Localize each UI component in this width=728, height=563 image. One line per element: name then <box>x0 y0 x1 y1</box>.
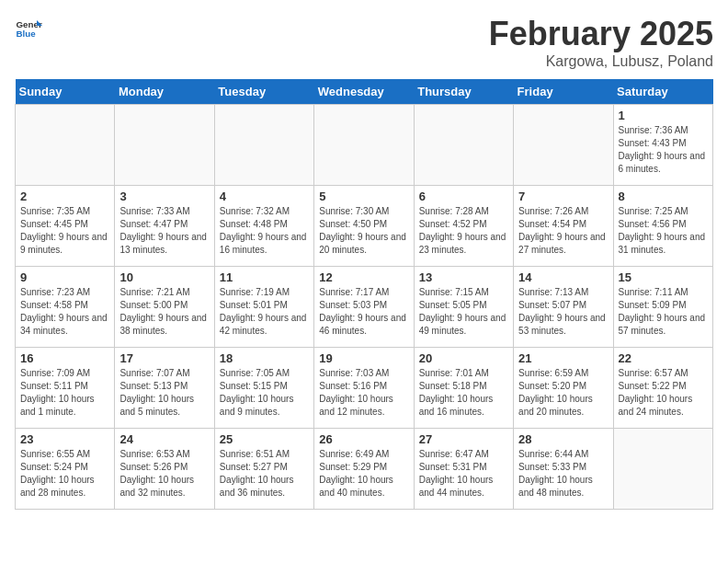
day-number: 5 <box>319 190 408 203</box>
calendar-day-cell: 13Sunrise: 7:15 AM Sunset: 5:05 PM Dayli… <box>414 267 513 348</box>
weekday-header-cell: Tuesday <box>214 79 313 105</box>
calendar-day-cell: 5Sunrise: 7:30 AM Sunset: 4:50 PM Daylig… <box>314 186 414 267</box>
calendar-day-cell <box>16 105 115 186</box>
day-info: Sunrise: 7:36 AM Sunset: 4:43 PM Dayligh… <box>619 124 708 176</box>
day-number: 22 <box>619 351 708 365</box>
logo: General Blue <box>15 15 42 42</box>
day-number: 28 <box>518 432 608 446</box>
calendar-day-cell <box>613 429 712 510</box>
weekday-header-row: SundayMondayTuesdayWednesdayThursdayFrid… <box>16 79 713 105</box>
weekday-header-cell: Saturday <box>613 79 712 105</box>
weekday-header-cell: Monday <box>115 79 214 105</box>
day-info: Sunrise: 6:55 AM Sunset: 5:24 PM Dayligh… <box>20 448 109 500</box>
day-info: Sunrise: 7:03 AM Sunset: 5:16 PM Dayligh… <box>319 367 408 419</box>
header: General Blue February 2025 Kargowa, Lubu… <box>15 15 713 70</box>
day-number: 26 <box>319 432 408 446</box>
calendar-day-cell: 4Sunrise: 7:32 AM Sunset: 4:48 PM Daylig… <box>214 186 313 267</box>
calendar-day-cell <box>115 105 214 186</box>
day-number: 9 <box>20 270 109 284</box>
day-number: 7 <box>518 190 608 203</box>
calendar-day-cell: 24Sunrise: 6:53 AM Sunset: 5:26 PM Dayli… <box>115 429 214 510</box>
day-number: 27 <box>419 432 508 446</box>
day-info: Sunrise: 6:47 AM Sunset: 5:31 PM Dayligh… <box>419 448 508 500</box>
month-year-title: February 2025 <box>489 15 713 53</box>
weekday-header-cell: Friday <box>514 79 613 105</box>
day-info: Sunrise: 6:44 AM Sunset: 5:33 PM Dayligh… <box>518 448 608 500</box>
calendar-day-cell: 11Sunrise: 7:19 AM Sunset: 5:01 PM Dayli… <box>214 267 313 348</box>
calendar-day-cell: 27Sunrise: 6:47 AM Sunset: 5:31 PM Dayli… <box>414 429 513 510</box>
calendar-day-cell: 25Sunrise: 6:51 AM Sunset: 5:27 PM Dayli… <box>214 429 313 510</box>
day-number: 18 <box>220 351 309 365</box>
weekday-header-cell: Thursday <box>414 79 513 105</box>
day-number: 23 <box>20 432 109 446</box>
day-number: 13 <box>419 270 508 284</box>
day-info: Sunrise: 7:09 AM Sunset: 5:11 PM Dayligh… <box>20 367 109 419</box>
calendar-day-cell: 8Sunrise: 7:25 AM Sunset: 4:56 PM Daylig… <box>613 186 712 267</box>
day-number: 12 <box>319 270 408 284</box>
calendar-day-cell: 17Sunrise: 7:07 AM Sunset: 5:13 PM Dayli… <box>115 348 214 429</box>
calendar-day-cell: 26Sunrise: 6:49 AM Sunset: 5:29 PM Dayli… <box>314 429 414 510</box>
day-info: Sunrise: 7:35 AM Sunset: 4:45 PM Dayligh… <box>20 205 109 257</box>
calendar-table: SundayMondayTuesdayWednesdayThursdayFrid… <box>15 79 713 510</box>
location-subtitle: Kargowa, Lubusz, Poland <box>489 53 713 70</box>
weekday-header-cell: Wednesday <box>314 79 414 105</box>
day-number: 21 <box>518 351 608 365</box>
calendar-day-cell: 23Sunrise: 6:55 AM Sunset: 5:24 PM Dayli… <box>16 429 115 510</box>
calendar-day-cell <box>514 105 613 186</box>
day-number: 17 <box>119 351 209 365</box>
calendar-day-cell: 28Sunrise: 6:44 AM Sunset: 5:33 PM Dayli… <box>514 429 613 510</box>
day-info: Sunrise: 6:59 AM Sunset: 5:20 PM Dayligh… <box>518 367 608 419</box>
svg-text:Blue: Blue <box>17 29 37 39</box>
calendar-day-cell: 14Sunrise: 7:13 AM Sunset: 5:07 PM Dayli… <box>514 267 613 348</box>
day-info: Sunrise: 7:21 AM Sunset: 5:00 PM Dayligh… <box>119 286 209 338</box>
day-number: 20 <box>419 351 508 365</box>
calendar-day-cell: 2Sunrise: 7:35 AM Sunset: 4:45 PM Daylig… <box>16 186 115 267</box>
day-info: Sunrise: 7:30 AM Sunset: 4:50 PM Dayligh… <box>319 205 408 257</box>
calendar-day-cell: 3Sunrise: 7:33 AM Sunset: 4:47 PM Daylig… <box>115 186 214 267</box>
day-info: Sunrise: 7:05 AM Sunset: 5:15 PM Dayligh… <box>220 367 309 419</box>
day-number: 1 <box>619 109 708 122</box>
calendar-week-row: 16Sunrise: 7:09 AM Sunset: 5:11 PM Dayli… <box>16 348 713 429</box>
calendar-day-cell: 22Sunrise: 6:57 AM Sunset: 5:22 PM Dayli… <box>613 348 712 429</box>
day-number: 15 <box>619 270 708 284</box>
calendar-day-cell: 6Sunrise: 7:28 AM Sunset: 4:52 PM Daylig… <box>414 186 513 267</box>
calendar-week-row: 9Sunrise: 7:23 AM Sunset: 4:58 PM Daylig… <box>16 267 713 348</box>
calendar-day-cell: 15Sunrise: 7:11 AM Sunset: 5:09 PM Dayli… <box>613 267 712 348</box>
calendar-week-row: 1Sunrise: 7:36 AM Sunset: 4:43 PM Daylig… <box>16 105 713 186</box>
day-info: Sunrise: 7:25 AM Sunset: 4:56 PM Dayligh… <box>619 205 708 257</box>
day-info: Sunrise: 7:17 AM Sunset: 5:03 PM Dayligh… <box>319 286 408 338</box>
day-number: 14 <box>518 270 608 284</box>
calendar-day-cell: 18Sunrise: 7:05 AM Sunset: 5:15 PM Dayli… <box>214 348 313 429</box>
day-info: Sunrise: 7:11 AM Sunset: 5:09 PM Dayligh… <box>619 286 708 338</box>
logo-icon: General Blue <box>15 15 42 42</box>
day-info: Sunrise: 7:32 AM Sunset: 4:48 PM Dayligh… <box>220 205 309 257</box>
day-info: Sunrise: 6:49 AM Sunset: 5:29 PM Dayligh… <box>319 448 408 500</box>
day-info: Sunrise: 7:13 AM Sunset: 5:07 PM Dayligh… <box>518 286 608 338</box>
calendar-day-cell: 1Sunrise: 7:36 AM Sunset: 4:43 PM Daylig… <box>613 105 712 186</box>
day-number: 10 <box>119 270 209 284</box>
title-section: February 2025 Kargowa, Lubusz, Poland <box>489 15 713 70</box>
day-info: Sunrise: 7:01 AM Sunset: 5:18 PM Dayligh… <box>419 367 508 419</box>
calendar-day-cell <box>214 105 313 186</box>
calendar-day-cell: 9Sunrise: 7:23 AM Sunset: 4:58 PM Daylig… <box>16 267 115 348</box>
day-info: Sunrise: 7:33 AM Sunset: 4:47 PM Dayligh… <box>119 205 209 257</box>
calendar-week-row: 2Sunrise: 7:35 AM Sunset: 4:45 PM Daylig… <box>16 186 713 267</box>
day-number: 3 <box>119 190 209 203</box>
weekday-header-cell: Sunday <box>16 79 115 105</box>
day-info: Sunrise: 6:53 AM Sunset: 5:26 PM Dayligh… <box>119 448 209 500</box>
day-info: Sunrise: 7:15 AM Sunset: 5:05 PM Dayligh… <box>419 286 508 338</box>
calendar-day-cell <box>314 105 414 186</box>
day-info: Sunrise: 7:07 AM Sunset: 5:13 PM Dayligh… <box>119 367 209 419</box>
day-number: 16 <box>20 351 109 365</box>
day-info: Sunrise: 6:51 AM Sunset: 5:27 PM Dayligh… <box>220 448 309 500</box>
day-info: Sunrise: 7:26 AM Sunset: 4:54 PM Dayligh… <box>518 205 608 257</box>
calendar-day-cell: 21Sunrise: 6:59 AM Sunset: 5:20 PM Dayli… <box>514 348 613 429</box>
day-number: 6 <box>419 190 508 203</box>
calendar-day-cell <box>414 105 513 186</box>
day-number: 19 <box>319 351 408 365</box>
day-info: Sunrise: 6:57 AM Sunset: 5:22 PM Dayligh… <box>619 367 708 419</box>
calendar-body: 1Sunrise: 7:36 AM Sunset: 4:43 PM Daylig… <box>16 105 713 510</box>
calendar-day-cell: 20Sunrise: 7:01 AM Sunset: 5:18 PM Dayli… <box>414 348 513 429</box>
calendar-day-cell: 10Sunrise: 7:21 AM Sunset: 5:00 PM Dayli… <box>115 267 214 348</box>
day-info: Sunrise: 7:28 AM Sunset: 4:52 PM Dayligh… <box>419 205 508 257</box>
